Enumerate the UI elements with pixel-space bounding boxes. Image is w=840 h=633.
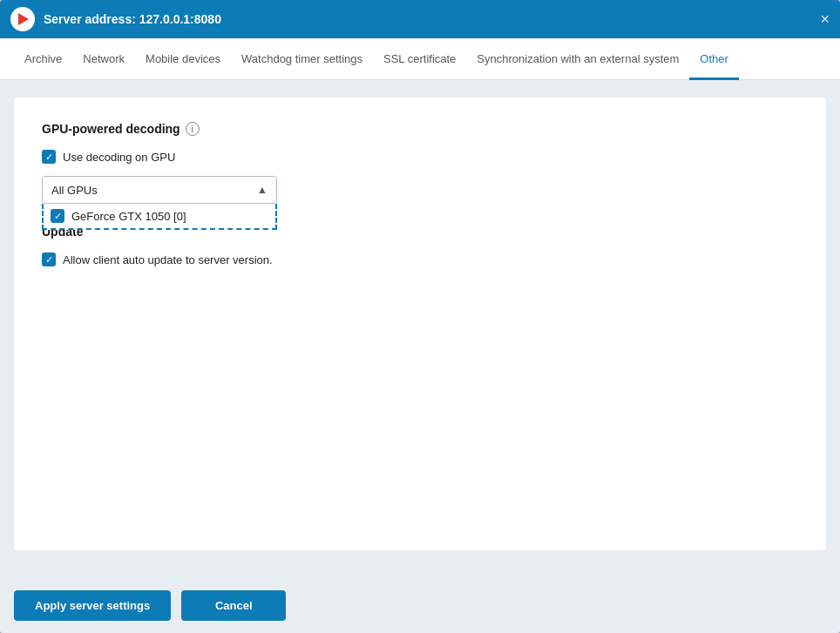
tab-sync[interactable]: Synchronization with an external system <box>466 39 689 80</box>
use-gpu-label: Use decoding on GPU <box>63 151 175 164</box>
tab-mobile-devices[interactable]: Mobile devices <box>135 39 231 80</box>
apply-button[interactable]: Apply server settings <box>14 590 171 621</box>
gpu-info-icon[interactable]: i <box>186 122 200 136</box>
gpu-item-checkbox[interactable]: ✓ <box>51 209 64 223</box>
gpu-dropdown[interactable]: All GPUs ▲ <box>42 176 277 204</box>
gpu-dropdown-container: All GPUs ▲ ✓ GeForce GTX 1050 [0] <box>42 176 277 204</box>
allow-update-label: Allow client auto update to server versi… <box>63 253 273 266</box>
logo-icon <box>18 13 29 25</box>
tab-watchdog[interactable]: Watchdog timer settings <box>231 39 373 80</box>
titlebar: Server address: 127.0.0.1:8080 × <box>0 0 840 38</box>
tab-archive[interactable]: Archive <box>14 39 72 80</box>
chevron-up-icon: ▲ <box>257 184 268 196</box>
gpu-dropdown-list: ✓ GeForce GTX 1050 [0] <box>42 204 277 230</box>
gpu-list-item[interactable]: ✓ GeForce GTX 1050 [0] <box>44 204 275 228</box>
main-window: Server address: 127.0.0.1:8080 × Archive… <box>0 0 840 633</box>
use-gpu-row: ✓ Use decoding on GPU <box>42 150 798 164</box>
checkmark-icon: ✓ <box>45 152 53 162</box>
checkmark-icon: ✓ <box>45 255 53 265</box>
window-title: Server address: 127.0.0.1:8080 <box>44 12 820 26</box>
gpu-section-title: GPU-powered decoding i <box>42 122 798 136</box>
allow-update-checkbox[interactable]: ✓ <box>42 253 56 266</box>
checkmark-icon: ✓ <box>54 212 62 221</box>
app-logo <box>10 7 35 31</box>
gpu-item-label: GeForce GTX 1050 [0] <box>71 210 186 223</box>
use-gpu-checkbox[interactable]: ✓ <box>42 150 56 164</box>
gpu-dropdown-value: All GPUs <box>51 184 98 197</box>
close-button[interactable]: × <box>820 11 830 27</box>
tab-network[interactable]: Network <box>72 39 135 80</box>
cancel-button[interactable]: Cancel <box>181 590 286 621</box>
tab-ssl[interactable]: SSL certificate <box>373 39 466 80</box>
tab-other[interactable]: Other <box>689 39 739 80</box>
settings-card: GPU-powered decoding i ✓ Use decoding on… <box>14 98 826 550</box>
allow-update-row: ✓ Allow client auto update to server ver… <box>42 253 798 266</box>
content-area: GPU-powered decoding i ✓ Use decoding on… <box>0 80 840 578</box>
footer: Apply server settings Cancel <box>0 578 840 633</box>
tabs-bar: Archive Network Mobile devices Watchdog … <box>0 38 840 80</box>
